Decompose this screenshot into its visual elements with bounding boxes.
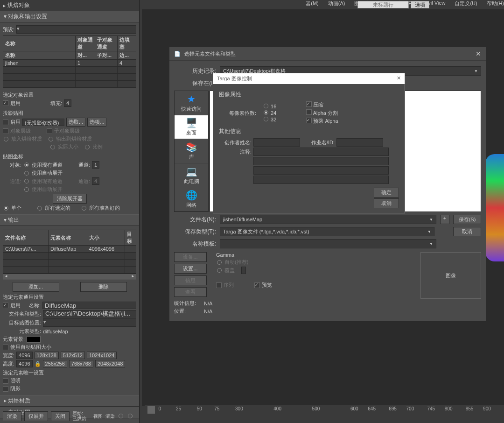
size-preset[interactable]: 1024x1024	[87, 352, 117, 359]
comment-input[interactable]	[253, 166, 389, 175]
auto-unwrap-radio[interactable]	[24, 171, 29, 176]
sequence-checkbox[interactable]	[216, 282, 222, 288]
compress-checkbox[interactable]	[306, 101, 312, 107]
other-info-label: 其他信息	[219, 127, 399, 135]
clear-unwrap-button[interactable]: 清除展开器	[53, 194, 87, 204]
alphasplit-checkbox[interactable]	[306, 109, 312, 115]
options-button[interactable]: 选项...	[87, 118, 106, 127]
size-preset[interactable]: 128x128	[35, 352, 59, 359]
cancel-button[interactable]: 取消	[453, 227, 481, 236]
search-input[interactable]	[357, 1, 409, 8]
menu-item[interactable]: 帮助(H)	[487, 0, 504, 8]
place-thispc[interactable]: 💻此电脑	[175, 163, 208, 188]
single-radio[interactable]	[4, 206, 8, 211]
time-slider[interactable]	[147, 406, 155, 414]
target-slot-dropdown[interactable]: ▾	[43, 318, 136, 327]
width-spinner[interactable]: 4096	[16, 352, 32, 359]
rollout-output[interactable]: ▾ 输出	[0, 214, 139, 226]
gamma-auto-radio[interactable]	[217, 260, 222, 265]
table-scrollbar[interactable]	[3, 274, 136, 280]
bpp-32-radio[interactable]	[264, 117, 268, 121]
image-preview: 图像	[420, 252, 481, 299]
render-button[interactable]: 渲染	[3, 411, 21, 421]
dialog-icon: 📄	[174, 51, 181, 57]
elem-file-input[interactable]	[43, 310, 136, 317]
close-icon[interactable]: ✕	[476, 50, 481, 57]
rollout-obj-output[interactable]: ▾ 对象和输出设置	[0, 11, 139, 22]
elem-enable[interactable]	[3, 303, 8, 308]
bottom-bar: 渲染 仅展开 关闭 原始:已烘焙: 视图 渲染	[3, 411, 138, 421]
targa-dialog: Targa 图像控制 ✕ 图像属性 每像素位数: 16 24 32 压缩 Alp…	[213, 73, 405, 213]
channel-spinner[interactable]: 1	[92, 161, 99, 169]
filetype-dropdown[interactable]: Targa 图像文件 (*.tga,*.vda,*.icb,*.vst)▼	[220, 227, 434, 236]
device-button[interactable]: 设备...	[174, 252, 207, 262]
gamma-label: Gamma	[216, 252, 411, 258]
enable-checkbox[interactable]	[3, 100, 8, 106]
place-desktop[interactable]: 🖥️桌面	[175, 115, 208, 140]
all-selected-radio[interactable]	[37, 206, 42, 211]
unwrap-button[interactable]: 仅展开	[24, 411, 48, 421]
object-table[interactable]: 名称对象通道子对象通道边填塞 名称对...子对...边... jishen14	[3, 35, 136, 88]
bpp-24-radio[interactable]	[264, 110, 268, 115]
rollout-bakemat[interactable]: ▸ 烘焙材质	[0, 395, 139, 407]
preset-dropdown[interactable]: ▾	[16, 25, 136, 34]
places-bar: ★快速访问 🖥️桌面 📚库 💻此电脑 🌐网络	[174, 91, 209, 212]
model-preview	[485, 154, 504, 261]
place-quickaccess[interactable]: ★快速访问	[175, 91, 208, 115]
save-button[interactable]: 保存(S)	[453, 215, 481, 224]
job-input[interactable]	[336, 138, 383, 147]
unique-header: 选定元素唯一设置	[3, 369, 136, 376]
add-button[interactable]: 添加...	[13, 282, 59, 292]
size-preset[interactable]: 512x512	[61, 352, 85, 359]
proj-mod-field[interactable]: (无投影修改器)	[22, 119, 64, 126]
setup-button[interactable]: 设置...	[174, 264, 207, 274]
info-button[interactable]: 信息	[174, 275, 207, 285]
comment-input[interactable]	[253, 148, 389, 156]
place-network[interactable]: 🌐网络	[175, 187, 208, 212]
author-input[interactable]	[253, 138, 300, 147]
close-icon[interactable]: ✕	[397, 75, 401, 82]
view-button[interactable]: 查看	[174, 287, 207, 297]
menu-item[interactable]: 动画(A)	[328, 0, 345, 8]
ok-button[interactable]: 确定	[374, 188, 399, 197]
size-preset[interactable]: 2048x2048	[95, 360, 125, 367]
use-existing-radio[interactable]	[24, 162, 29, 167]
close-button[interactable]: 关闭	[51, 411, 70, 421]
all-prepared-radio[interactable]	[82, 206, 86, 211]
shadow-checkbox[interactable]	[3, 386, 8, 392]
output-table[interactable]: 文件名称元素名称大小目标 C:\Users\i7\...DiffuseMap40…	[3, 230, 136, 274]
place-libraries[interactable]: 📚库	[175, 139, 208, 163]
template-dropdown[interactable]: ▼	[220, 239, 436, 248]
height-spinner[interactable]: 4096	[16, 360, 32, 367]
menu-item[interactable]: 自定义(U)	[455, 0, 477, 8]
auto-size-checkbox[interactable]	[3, 345, 8, 350]
gamma-override-radio[interactable]	[217, 268, 222, 273]
premult-checkbox[interactable]	[306, 118, 312, 123]
lighting-checkbox[interactable]	[3, 378, 8, 384]
bpp-16-radio[interactable]	[264, 104, 268, 108]
timeline[interactable]: 02550 75300400 500600645 695700745 80085…	[145, 405, 504, 415]
size-preset[interactable]: 768x768	[69, 360, 93, 367]
pick-button[interactable]: 选取...	[66, 118, 85, 127]
elem-name-input[interactable]	[42, 302, 136, 309]
delete-button[interactable]: 删除	[80, 282, 127, 292]
padding-spinner[interactable]: 4	[64, 99, 71, 107]
filename-input[interactable]: jishenDiffuseMap▼	[220, 215, 436, 224]
elem-settings-header: 选定元素通用设置	[3, 294, 136, 301]
lock-icon[interactable]: 🔒	[35, 361, 41, 367]
options-button[interactable]: 选项	[411, 1, 429, 8]
comment-input[interactable]	[253, 176, 389, 184]
targa-title: Targa 图像控制	[217, 75, 252, 82]
preview-checkbox[interactable]	[254, 282, 260, 288]
cancel-button[interactable]: 取消	[374, 198, 399, 208]
comment-input[interactable]	[253, 157, 389, 165]
render-to-texture-panel: ▸ 烘焙对象 ▾ 对象和输出设置 预设: ▾ 名称对象通道子对象通道边填塞 名称…	[0, 0, 140, 423]
projmap-enable[interactable]	[3, 120, 8, 125]
bg-color-swatch[interactable]	[27, 336, 41, 343]
menu-bar: 器(M) 动画(A) 图形编辑器(D) 渲染(R) Civil View 自定义…	[156, 0, 504, 8]
menu-item[interactable]: 器(M)	[306, 0, 319, 8]
elem-type-value: diffuseMap	[43, 329, 68, 334]
size-preset[interactable]: 256x256	[43, 360, 67, 367]
img-attr-label: 图像属性	[219, 91, 399, 99]
plus-button[interactable]: +	[440, 215, 449, 224]
